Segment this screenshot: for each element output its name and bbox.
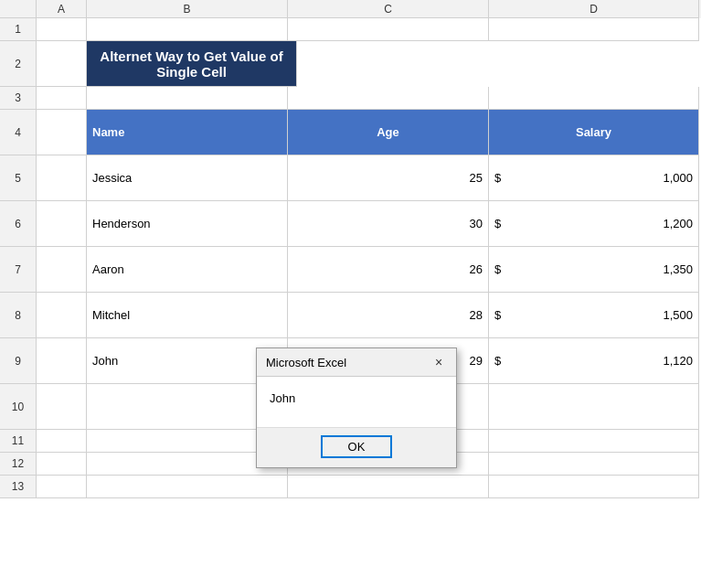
cell-age-2[interactable]: 26: [288, 247, 489, 293]
cell-7a[interactable]: [37, 247, 87, 293]
header-age: Age: [288, 110, 489, 155]
cell-13c[interactable]: [288, 476, 489, 498]
cell-name-0[interactable]: Jessica: [87, 155, 288, 201]
dialog-body: John: [257, 377, 456, 427]
col-header-a: A: [37, 0, 87, 18]
cell-3d[interactable]: [489, 87, 699, 110]
cell-1d[interactable]: [489, 18, 699, 41]
row-header-9: 9: [0, 338, 37, 384]
cell-12a[interactable]: [37, 453, 87, 476]
row-header-4: 4: [0, 110, 37, 155]
spreadsheet: A B C D 1 2 Alternet Way to Get Value of…: [0, 0, 701, 588]
row-4: 4 Name Age Salary: [0, 110, 701, 155]
cell-salary-4[interactable]: $ 1,120: [489, 338, 699, 384]
cell-name-1[interactable]: Henderson: [87, 201, 288, 247]
cell-6a[interactable]: [37, 201, 87, 247]
row-6: 6 Henderson 30 $ 1,200: [0, 201, 701, 247]
cell-3b[interactable]: [87, 87, 288, 110]
row-header-2: 2: [0, 41, 37, 87]
row-5: 5 Jessica 25 $ 1,000: [0, 155, 701, 201]
cell-1b[interactable]: [87, 18, 288, 41]
cell-13a[interactable]: [37, 476, 87, 498]
row-header-3: 3: [0, 87, 37, 110]
header-salary: Salary: [489, 110, 699, 155]
corner-cell: [0, 0, 37, 18]
row-header-6: 6: [0, 201, 37, 247]
cell-name-3[interactable]: Mitchel: [87, 293, 288, 338]
row-13: 13: [0, 476, 701, 498]
dialog-message: John: [270, 391, 443, 405]
cell-4a[interactable]: [37, 110, 87, 155]
cell-10a[interactable]: [37, 384, 87, 430]
col-header-b: B: [87, 0, 288, 18]
cell-3c[interactable]: [288, 87, 489, 110]
row-2: 2 Alternet Way to Get Value of Single Ce…: [0, 41, 701, 87]
row-1: 1: [0, 18, 701, 41]
cell-name-2[interactable]: Aaron: [87, 247, 288, 293]
cell-8a[interactable]: [37, 293, 87, 338]
row-8: 8 Mitchel 28 $ 1,500: [0, 293, 701, 338]
row-header-5: 5: [0, 155, 37, 201]
cell-13b[interactable]: [87, 476, 288, 498]
dollar-sign-1: $: [494, 217, 501, 230]
col-header-c: C: [288, 0, 489, 18]
cell-11a[interactable]: [37, 430, 87, 453]
header-name: Name: [87, 110, 288, 155]
title-cell: Alternet Way to Get Value of Single Cell: [87, 41, 297, 87]
row-header-12: 12: [0, 453, 37, 476]
cell-age-3[interactable]: 28: [288, 293, 489, 338]
cell-12d[interactable]: [489, 453, 699, 476]
cell-salary-1[interactable]: $ 1,200: [489, 201, 699, 247]
salary-amount-1: 1,200: [663, 217, 693, 230]
row-header-8: 8: [0, 293, 37, 338]
cell-11d[interactable]: [489, 430, 699, 453]
cell-salary-3[interactable]: $ 1,500: [489, 293, 699, 338]
salary-amount-3: 1,500: [663, 308, 693, 322]
row-3: 3: [0, 87, 701, 110]
cell-9a[interactable]: [37, 338, 87, 384]
dollar-sign-2: $: [494, 262, 501, 276]
row-header-7: 7: [0, 247, 37, 293]
cell-salary-2[interactable]: $ 1,350: [489, 247, 699, 293]
dialog-footer: OK: [257, 427, 456, 467]
dollar-sign-0: $: [494, 171, 501, 185]
cell-13d[interactable]: [489, 476, 699, 498]
dollar-sign-3: $: [494, 308, 501, 322]
cell-1c[interactable]: [288, 18, 489, 41]
dialog-titlebar: Microsoft Excel ×: [257, 348, 456, 377]
column-headers: A B C D: [0, 0, 701, 18]
salary-amount-2: 1,350: [663, 262, 693, 276]
cell-salary-0[interactable]: $ 1,000: [489, 155, 699, 201]
row-header-1: 1: [0, 18, 37, 41]
cell-1a[interactable]: [37, 18, 87, 41]
row-7: 7 Aaron 26 $ 1,350: [0, 247, 701, 293]
cell-3a[interactable]: [37, 87, 87, 110]
dialog-close-button[interactable]: ×: [430, 354, 447, 370]
col-header-d: D: [489, 0, 699, 18]
row-header-13: 13: [0, 476, 37, 498]
message-dialog: Microsoft Excel × John OK: [256, 347, 457, 468]
salary-amount-0: 1,000: [663, 171, 693, 185]
cell-2a[interactable]: [37, 41, 87, 87]
cell-5a[interactable]: [37, 155, 87, 201]
cell-age-0[interactable]: 25: [288, 155, 489, 201]
row-header-11: 11: [0, 430, 37, 453]
row-header-10: 10: [0, 384, 37, 430]
dialog-title: Microsoft Excel: [266, 356, 346, 369]
dialog-ok-button[interactable]: OK: [321, 435, 393, 458]
salary-amount-4: 1,120: [663, 354, 693, 368]
cell-age-1[interactable]: 30: [288, 201, 489, 247]
cell-10d[interactable]: [489, 384, 699, 430]
dollar-sign-4: $: [494, 354, 501, 368]
